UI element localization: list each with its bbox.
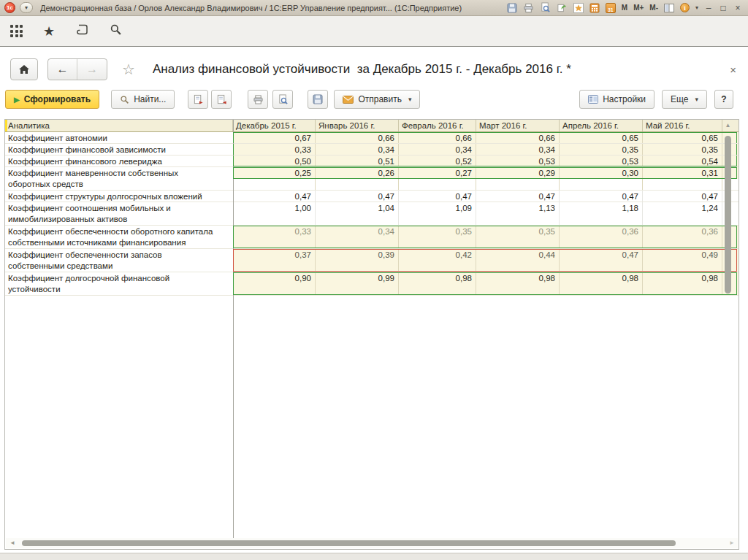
value-cell[interactable]: 0,51 — [316, 156, 399, 166]
value-cell[interactable]: 0,47 — [316, 191, 399, 202]
value-cell[interactable]: 0,65 — [560, 132, 643, 143]
generate-button[interactable]: ▶ Сформировать — [5, 90, 99, 109]
value-cell[interactable]: 1,09 — [399, 202, 476, 225]
memory-m-minus-button[interactable]: M- — [649, 4, 658, 12]
value-cell[interactable]: 0,66 — [316, 132, 399, 143]
value-cell[interactable]: 0,47 — [233, 191, 316, 202]
value-cell[interactable]: 0,44 — [476, 249, 560, 272]
horizontal-scroll-thumb[interactable] — [22, 540, 676, 546]
value-cell[interactable]: 0,35 — [399, 226, 476, 248]
column-header-1[interactable]: Декабрь 2015 г. — [233, 120, 316, 131]
value-cell[interactable]: 0,99 — [316, 272, 399, 295]
value-cell[interactable]: 0,98 — [643, 272, 722, 295]
table-row[interactable]: Коэффициент обеспеченности оборотного ка… — [5, 226, 739, 249]
calculator-icon[interactable] — [589, 3, 600, 13]
value-cell[interactable]: 1,24 — [643, 202, 722, 225]
table-row[interactable]: Коэффициент финансовой зависимости0,330,… — [5, 144, 739, 156]
print-preview-icon[interactable] — [540, 2, 551, 13]
scroll-up-icon[interactable]: ▲ — [723, 121, 733, 130]
save-icon[interactable] — [507, 3, 517, 13]
value-cell[interactable]: 0,34 — [316, 226, 399, 248]
calendar-icon[interactable]: 31 — [606, 3, 616, 13]
value-cell[interactable]: 0,35 — [643, 144, 722, 155]
value-cell[interactable]: 0,98 — [399, 272, 476, 295]
collapse-groups-button[interactable] — [211, 90, 232, 109]
print-preview-button[interactable] — [272, 90, 293, 109]
print-icon[interactable] — [523, 3, 534, 13]
value-cell[interactable]: 0,34 — [476, 144, 560, 155]
send-button[interactable]: Отправить ▾ — [334, 90, 420, 109]
value-cell[interactable]: 0,66 — [399, 132, 476, 143]
table-row[interactable]: Коэффициент автономии0,670,660,660,660,6… — [5, 132, 739, 144]
value-cell[interactable]: 0,35 — [560, 144, 643, 155]
vertical-scroll-thumb[interactable] — [725, 136, 731, 294]
print-button[interactable] — [248, 90, 268, 109]
value-cell[interactable]: 0,98 — [560, 272, 643, 295]
value-cell[interactable]: 0,66 — [476, 132, 560, 143]
table-row[interactable]: Коэффициент долгосрочной финансовой усто… — [5, 272, 739, 296]
value-cell[interactable]: 0,53 — [560, 156, 643, 166]
value-cell[interactable]: 0,35 — [476, 226, 560, 248]
value-cell[interactable]: 0,90 — [233, 272, 316, 295]
back-button[interactable]: ← — [48, 59, 77, 80]
value-cell[interactable]: 0,34 — [316, 144, 399, 155]
column-header-5[interactable]: Апрель 2016 г. — [560, 120, 643, 131]
system-menu-button[interactable]: ▾ — [20, 2, 33, 13]
split-window-icon[interactable] — [664, 4, 674, 12]
value-cell[interactable]: 0,33 — [233, 144, 316, 155]
table-row[interactable]: Коэффициент соотношения мобильных и иммо… — [5, 202, 739, 226]
value-cell[interactable]: 0,27 — [399, 167, 476, 190]
value-cell[interactable]: 0,26 — [316, 167, 399, 190]
value-cell[interactable]: 0,47 — [399, 191, 476, 202]
favorites-icon[interactable] — [573, 3, 584, 13]
value-cell[interactable]: 0,47 — [560, 191, 643, 202]
value-cell[interactable]: 0,47 — [643, 191, 722, 202]
more-button[interactable]: Еще ▾ — [662, 90, 707, 109]
memory-m-plus-button[interactable]: M+ — [633, 4, 644, 12]
settings-button[interactable]: Настройки — [579, 90, 654, 109]
forward-button[interactable]: → — [77, 59, 107, 80]
column-header-2[interactable]: Январь 2016 г. — [316, 120, 399, 131]
value-cell[interactable]: 1,04 — [316, 202, 399, 225]
value-cell[interactable]: 1,18 — [560, 202, 643, 225]
table-row[interactable]: Коэффициент маневренности собственных об… — [5, 167, 739, 191]
minimize-button[interactable]: – — [704, 4, 713, 12]
help-button[interactable]: ? — [714, 90, 733, 109]
value-cell[interactable]: 0,67 — [233, 132, 316, 143]
value-cell[interactable]: 0,65 — [643, 132, 722, 143]
table-row[interactable]: Коэффициент структуры долгосрочных вложе… — [5, 191, 739, 202]
value-cell[interactable]: 0,39 — [316, 249, 399, 272]
horizontal-scrollbar[interactable]: ◄ ► — [6, 538, 738, 548]
value-cell[interactable]: 0,34 — [399, 144, 476, 155]
value-cell[interactable]: 0,36 — [560, 226, 643, 248]
column-header-4[interactable]: Март 2016 г. — [476, 120, 560, 131]
value-cell[interactable]: 0,25 — [233, 167, 316, 190]
close-window-button[interactable]: × — [733, 4, 742, 12]
maximize-button[interactable]: □ — [719, 4, 728, 12]
value-cell[interactable]: 0,42 — [399, 249, 476, 272]
value-cell[interactable]: 0,33 — [233, 226, 316, 248]
scroll-right-icon[interactable]: ► — [729, 540, 735, 546]
value-cell[interactable]: 0,47 — [476, 191, 560, 202]
scroll-left-icon[interactable]: ◄ — [9, 540, 15, 546]
value-cell[interactable]: 0,37 — [233, 249, 316, 272]
value-cell[interactable]: 0,52 — [399, 156, 476, 166]
info-icon[interactable]: i — [680, 3, 690, 12]
close-form-button[interactable]: × — [730, 64, 736, 76]
value-cell[interactable]: 1,13 — [476, 202, 560, 225]
expand-groups-button[interactable] — [188, 90, 208, 109]
value-cell[interactable]: 0,36 — [643, 226, 722, 248]
value-cell[interactable]: 0,47 — [560, 249, 643, 272]
info-caret-icon[interactable]: ▾ — [695, 4, 698, 11]
apps-menu-icon[interactable] — [10, 25, 23, 37]
search-icon[interactable] — [110, 23, 122, 39]
table-row[interactable]: Коэффициент финансового левериджа0,500,5… — [5, 156, 739, 167]
value-cell[interactable]: 0,49 — [643, 249, 722, 272]
add-favorite-star-icon[interactable]: ☆ — [122, 61, 135, 78]
value-cell[interactable]: 0,98 — [476, 272, 560, 295]
column-header-6[interactable]: Май 2016 г. — [643, 120, 722, 131]
vertical-scrollbar[interactable]: ▲ — [723, 121, 733, 536]
value-cell[interactable]: 1,00 — [233, 202, 316, 225]
favorites-panel-icon[interactable]: ★ — [43, 25, 55, 38]
value-cell[interactable]: 0,29 — [476, 167, 560, 190]
